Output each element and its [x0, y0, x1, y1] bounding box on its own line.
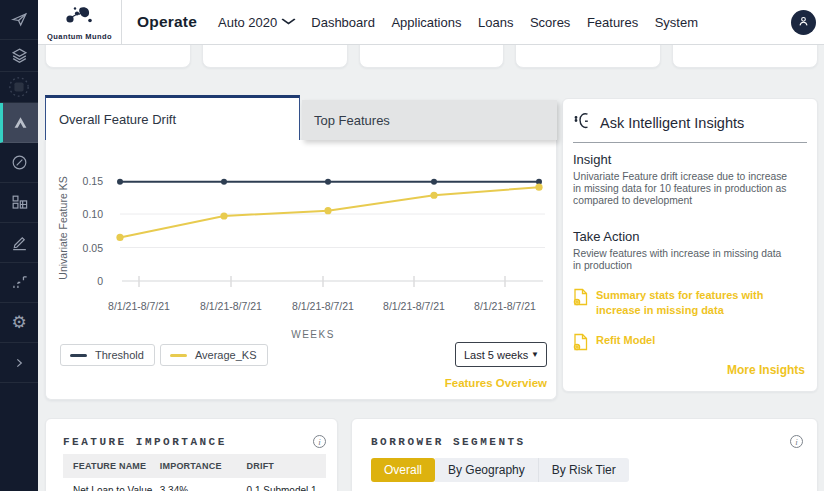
- segment-tabs: Overall By Geography By Risk Tier: [371, 458, 803, 482]
- product-title: Operate: [137, 13, 197, 31]
- legend-average-ks[interactable]: Average_KS: [160, 344, 268, 366]
- modules-icon: [10, 193, 29, 212]
- sidebar-item-processing[interactable]: [0, 72, 38, 103]
- tab-overall-feature-drift[interactable]: Overall Feature Drift: [45, 95, 300, 140]
- col-drift: DRIFT: [237, 454, 326, 478]
- top-header: Quantum Mundo Operate Auto 2020 Dashboar…: [38, 0, 824, 45]
- insight-heading: Insight: [573, 152, 807, 167]
- threshold-swatch: [70, 354, 87, 357]
- col-importance: IMPORTANCE: [150, 454, 237, 478]
- segment-tab-by-geography[interactable]: By Geography: [435, 458, 539, 482]
- feature-importance-title: FEATURE IMPORTANCE: [63, 436, 227, 448]
- model-selector-dropdown[interactable]: Auto 2020: [218, 15, 294, 30]
- segment-tab-by-risk-tier-label: By Risk Tier: [552, 463, 616, 477]
- nav-dashboard[interactable]: Dashboard: [311, 15, 375, 30]
- pencil-icon: [10, 233, 29, 252]
- brand-logo-icon: [63, 5, 97, 31]
- sidebar-item-modules[interactable]: [0, 183, 38, 223]
- chevron-right-icon: [11, 355, 27, 371]
- feature-drift-card: Top Features Overall Feature Drift 00.05…: [45, 95, 557, 400]
- brand-logo-block[interactable]: Quantum Mundo: [38, 0, 122, 45]
- range-selector-dropdown[interactable]: Last 5 weeks ▼: [455, 342, 547, 367]
- nav-loans[interactable]: Loans: [478, 15, 513, 30]
- svg-text:Univariate Feature KS: Univariate Feature KS: [57, 176, 69, 279]
- caret-down-icon: ▼: [531, 350, 539, 359]
- nav-system[interactable]: System: [655, 15, 698, 30]
- sidebar-item-send[interactable]: [0, 0, 38, 40]
- compass-icon: [10, 153, 29, 172]
- insights-title: Ask Intelligent Insights: [600, 115, 744, 131]
- average-ks-swatch: [170, 354, 187, 357]
- kpi-card[interactable]: [45, 45, 191, 68]
- cell-importance: 3.34%: [150, 478, 237, 491]
- brand-name: Quantum Mundo: [47, 32, 112, 41]
- range-selector-value: Last 5 weeks: [464, 349, 528, 361]
- sidebar-item-layers[interactable]: [0, 40, 38, 72]
- steps-chart-icon: [10, 273, 29, 292]
- nav-features[interactable]: Features: [587, 15, 638, 30]
- refit-model-label: Refit Model: [596, 333, 655, 348]
- cell-drift: 0.1 Submodel 1: [237, 478, 326, 491]
- legend-threshold[interactable]: Threshold: [60, 344, 155, 366]
- tab-overall-feature-drift-label: Overall Feature Drift: [59, 112, 176, 127]
- take-action-heading: Take Action: [573, 229, 807, 244]
- kpi-card[interactable]: [515, 45, 661, 68]
- intelligent-insights-card: Ask Intelligent Insights Insight Univari…: [562, 98, 818, 392]
- main-area: Quantum Mundo Operate Auto 2020 Dashboar…: [38, 0, 824, 491]
- info-icon[interactable]: i: [313, 435, 326, 448]
- refit-model-link[interactable]: Refit Model: [573, 333, 807, 355]
- kpi-cards-row: [45, 45, 818, 68]
- table-header-row: FEATURE NAME IMPORTANCE DRIFT: [63, 454, 326, 478]
- cell-feature-name: Net Loan to Value: [63, 478, 150, 491]
- segment-tab-overall-label: Overall: [384, 463, 422, 477]
- user-avatar[interactable]: [791, 10, 816, 35]
- svg-text:8/1/21-8/7/21: 8/1/21-8/7/21: [474, 300, 536, 312]
- sidebar-item-compass[interactable]: [0, 143, 38, 183]
- kpi-card[interactable]: [359, 45, 505, 68]
- svg-text:0.15: 0.15: [83, 175, 104, 187]
- legend-average-ks-label: Average_KS: [195, 349, 257, 361]
- tab-top-features[interactable]: Top Features: [302, 100, 557, 140]
- tab-top-features-label: Top Features: [314, 113, 390, 128]
- main-nav: Dashboard Applications Loans Scores Feat…: [311, 15, 698, 30]
- send-icon: [10, 10, 29, 29]
- svg-text:8/1/21-8/7/21: 8/1/21-8/7/21: [108, 300, 170, 312]
- svg-text:0: 0: [97, 275, 103, 287]
- info-icon[interactable]: i: [790, 435, 803, 448]
- insights-title-row: Ask Intelligent Insights: [573, 111, 807, 143]
- sidebar-item-expand[interactable]: [0, 343, 38, 383]
- nav-scores[interactable]: Scores: [530, 15, 570, 30]
- sidebar-item-settings[interactable]: ⚙: [0, 303, 38, 343]
- borrower-segments-title: BORROWER SEGMENTS: [371, 436, 526, 448]
- report-gear-icon: [573, 288, 588, 310]
- summary-stats-link[interactable]: Summary stats for features with increase…: [573, 288, 807, 317]
- report-gear-icon: [573, 333, 588, 355]
- chevron-down-icon: [281, 17, 296, 27]
- features-overview-link[interactable]: Features Overview: [445, 377, 547, 389]
- segment-tab-by-geography-label: By Geography: [448, 463, 525, 477]
- sidebar-item-edit[interactable]: [0, 223, 38, 263]
- gear-icon: ⚙: [11, 314, 26, 331]
- kpi-card[interactable]: [672, 45, 818, 68]
- take-action-body: Review features with increase in missing…: [573, 248, 786, 272]
- table-row[interactable]: Net Loan to Value 3.34% 0.1 Submodel 1: [63, 478, 326, 491]
- feature-importance-table: FEATURE NAME IMPORTANCE DRIFT Net Loan t…: [63, 454, 326, 491]
- sidebar-item-steps-chart[interactable]: [0, 263, 38, 303]
- kpi-card[interactable]: [202, 45, 348, 68]
- svg-text:8/1/21-8/7/21: 8/1/21-8/7/21: [383, 300, 445, 312]
- svg-text:8/1/21-8/7/21: 8/1/21-8/7/21: [200, 300, 262, 312]
- more-insights-link[interactable]: More Insights: [727, 363, 805, 377]
- layers-icon: [10, 46, 29, 65]
- app: ⚙ Quantum Mundo Operate Auto 2020 Dashbo…: [0, 0, 824, 491]
- segment-tab-by-risk-tier[interactable]: By Risk Tier: [539, 458, 629, 482]
- sidebar-item-monitor-active[interactable]: [0, 103, 38, 143]
- sidebar: ⚙: [0, 0, 38, 491]
- mountain-icon: [11, 113, 30, 132]
- segment-tab-overall[interactable]: Overall: [371, 458, 435, 482]
- person-icon: [797, 14, 810, 32]
- svg-text:WEEKS: WEEKS: [291, 329, 335, 340]
- summary-stats-label: Summary stats for features with increase…: [596, 288, 786, 317]
- processing-icon: [8, 76, 30, 98]
- chart-legend: Threshold Average_KS: [60, 344, 268, 366]
- nav-applications[interactable]: Applications: [391, 15, 461, 30]
